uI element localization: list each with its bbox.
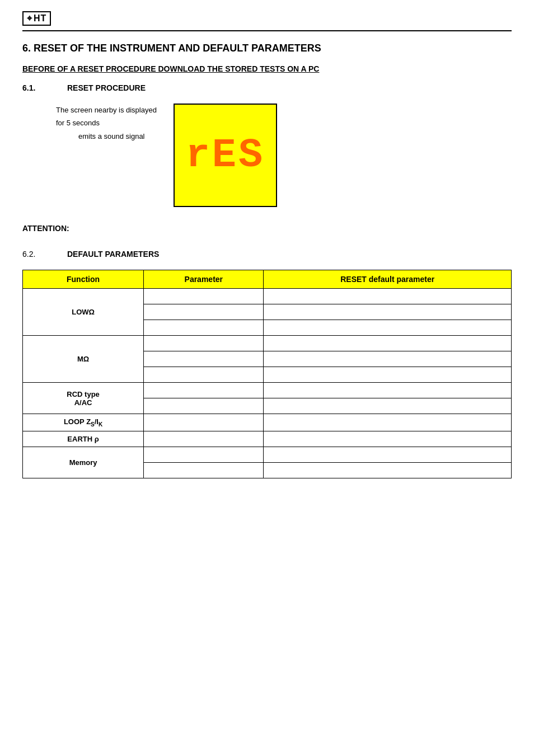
section-61-title: RESET PROCEDURE (67, 83, 146, 92)
param-cell (144, 398, 264, 414)
desc-line1: The screen nearby is displayed (56, 106, 157, 114)
table-row: RCD typeA/AC (23, 383, 512, 398)
logo-symbol: ⌖ (27, 13, 32, 24)
section-61-header: 6.1. RESET PROCEDURE (22, 83, 512, 92)
function-mohm: MΩ (23, 336, 144, 383)
section-61-number: 6.1. (22, 83, 56, 92)
reset-cell (264, 447, 512, 462)
logo-text: HT (34, 13, 46, 24)
function-loop: LOOP ZS/IK (23, 414, 144, 431)
function-rcd: RCD typeA/AC (23, 383, 144, 414)
header-logo: ⌖ HT (22, 11, 512, 26)
reset-cell (264, 304, 512, 320)
param-cell (144, 431, 264, 447)
function-memory: Memory (23, 447, 144, 478)
section-62-header: 6.2. DEFAULT PARAMETERS (22, 250, 512, 259)
reset-cell (264, 414, 512, 431)
param-cell (144, 304, 264, 320)
logo: ⌖ HT (22, 11, 51, 26)
table-row: MΩ (23, 336, 512, 351)
param-cell (144, 462, 264, 478)
table-row: EARTH ρ (23, 431, 512, 447)
reset-cell (264, 431, 512, 447)
col-header-parameter: Parameter (144, 270, 264, 289)
function-earth: EARTH ρ (23, 431, 144, 447)
reset-cell (264, 351, 512, 367)
section-62-title: DEFAULT PARAMETERS (67, 250, 159, 259)
table-row: Memory (23, 447, 512, 462)
col-header-function: Function (23, 270, 144, 289)
param-cell (144, 336, 264, 351)
section-62-number: 6.2. (22, 250, 56, 259)
reset-cell (264, 289, 512, 304)
table-row: LOOP ZS/IK (23, 414, 512, 431)
reset-description: The screen nearby is displayed for 5 sec… (56, 104, 157, 143)
divider-line (22, 30, 512, 31)
reset-cell (264, 367, 512, 383)
reset-cell (264, 462, 512, 478)
reset-cell (264, 383, 512, 398)
function-low-ohm: LOWΩ (23, 289, 144, 336)
param-cell (144, 447, 264, 462)
table-header-row: Function Parameter RESET default paramet… (23, 270, 512, 289)
reset-cell (264, 320, 512, 336)
table-row: LOWΩ (23, 289, 512, 304)
display-screen: rES (174, 104, 277, 207)
param-cell (144, 320, 264, 336)
param-cell (144, 367, 264, 383)
param-cell (144, 414, 264, 431)
col-header-reset-default: RESET default parameter (264, 270, 512, 289)
param-cell (144, 383, 264, 398)
reset-cell (264, 398, 512, 414)
attention-label: ATTENTION: (22, 224, 512, 233)
desc-line3: emits a sound signal (56, 132, 145, 140)
param-cell (144, 351, 264, 367)
display-ces-text: rES (186, 133, 265, 179)
section-61-content: The screen nearby is displayed for 5 sec… (56, 104, 512, 207)
reset-cell (264, 336, 512, 351)
default-params-table: Function Parameter RESET default paramet… (22, 270, 512, 478)
desc-line2: for 5 seconds (56, 119, 100, 127)
section-6-title: 6. RESET OF THE INSTRUMENT AND DEFAULT P… (22, 43, 512, 54)
param-cell (144, 289, 264, 304)
before-reset-notice: BEFORE OF A RESET PROCEDURE DOWNLOAD THE… (22, 64, 512, 73)
